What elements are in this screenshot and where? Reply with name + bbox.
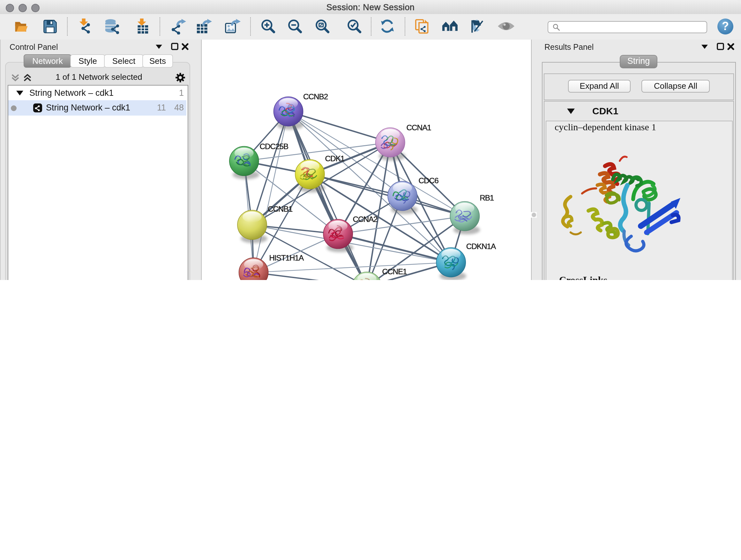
svg-text:HIST1H1A: HIST1H1A	[269, 253, 304, 262]
svg-text:CCNE1: CCNE1	[382, 267, 407, 276]
svg-text:CCNA2: CCNA2	[352, 215, 377, 224]
svg-text:CCNB2: CCNB2	[303, 92, 328, 101]
svg-text:RB1: RB1	[479, 193, 494, 202]
svg-text:CDK1: CDK1	[325, 154, 344, 163]
svg-text:CDC6: CDC6	[418, 176, 439, 185]
svg-text:CDKN1A: CDKN1A	[466, 242, 496, 251]
svg-text:CCNA1: CCNA1	[406, 123, 431, 132]
svg-text:CDC25B: CDC25B	[259, 142, 288, 151]
svg-text:CCNB1: CCNB1	[267, 205, 292, 213]
